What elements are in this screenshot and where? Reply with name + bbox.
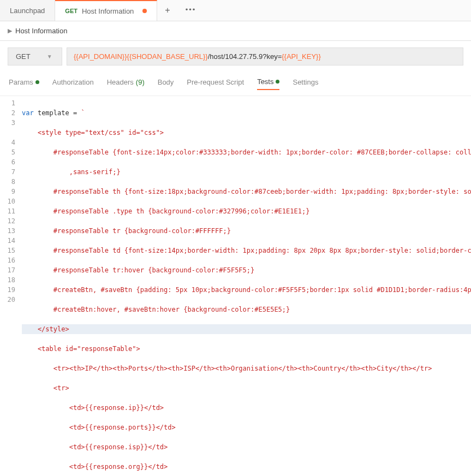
tab-label: Host Information bbox=[82, 7, 134, 15]
tab-tests[interactable]: Tests bbox=[257, 78, 279, 90]
tab-label: Body bbox=[158, 78, 174, 86]
url-var: {{SHODAN_BASE_URL}} bbox=[127, 52, 208, 61]
url-var: {{API_DOMAIN}} bbox=[74, 52, 127, 61]
tab-authorization[interactable]: Authorization bbox=[52, 78, 94, 90]
breadcrumb: ▶ Host Information bbox=[0, 21, 471, 41]
tab-settings[interactable]: Settings bbox=[293, 78, 318, 90]
chevron-right-icon: ▶ bbox=[8, 27, 12, 34]
line-gutter: 1234567891011121314151617181920 bbox=[0, 98, 22, 476]
tab-label: Params bbox=[9, 78, 33, 86]
method-select[interactable]: GET ▼ bbox=[8, 47, 62, 66]
code-editor[interactable]: 1234567891011121314151617181920 var temp… bbox=[0, 96, 471, 476]
request-bar: GET ▼ {{API_DOMAIN}}{{SHODAN_BASE_URL}}/… bbox=[0, 41, 471, 72]
request-tabs: Params Authorization Headers (9) Body Pr… bbox=[0, 72, 471, 96]
tab-label: Pre-request Script bbox=[187, 78, 244, 86]
code-lines: var template = ` <style type="text/css" … bbox=[22, 98, 471, 476]
tab-method: GET bbox=[65, 8, 77, 14]
tab-label: Launchpad bbox=[10, 7, 45, 15]
url-path: /host/104.27.75.9?key= bbox=[208, 52, 282, 61]
tab-label: Authorization bbox=[52, 78, 94, 86]
tab-label: Headers bbox=[107, 78, 134, 86]
tab-body[interactable]: Body bbox=[158, 78, 174, 90]
dot-icon bbox=[276, 80, 279, 84]
method-label: GET bbox=[16, 52, 31, 61]
url-var: {{API_KEY}} bbox=[282, 52, 321, 61]
add-tab-button[interactable]: + bbox=[157, 0, 177, 21]
tab-host-information[interactable]: GET Host Information bbox=[55, 0, 157, 21]
dot-icon bbox=[35, 80, 39, 84]
url-input[interactable]: {{API_DOMAIN}}{{SHODAN_BASE_URL}}/host/1… bbox=[67, 47, 463, 66]
tab-bar: Launchpad GET Host Information + ••• bbox=[0, 0, 471, 21]
page-title: Host Information bbox=[15, 27, 67, 35]
tab-more-button[interactable]: ••• bbox=[178, 0, 204, 21]
dirty-indicator-icon bbox=[142, 9, 147, 13]
tab-label: Tests bbox=[257, 78, 273, 86]
tab-params[interactable]: Params bbox=[9, 78, 39, 90]
tab-headers[interactable]: Headers (9) bbox=[107, 78, 145, 90]
tab-label: Settings bbox=[293, 78, 318, 86]
tab-prerequest[interactable]: Pre-request Script bbox=[187, 78, 244, 90]
chevron-down-icon: ▼ bbox=[47, 53, 52, 59]
count-badge: (9) bbox=[136, 78, 145, 86]
tab-launchpad[interactable]: Launchpad bbox=[0, 0, 55, 21]
